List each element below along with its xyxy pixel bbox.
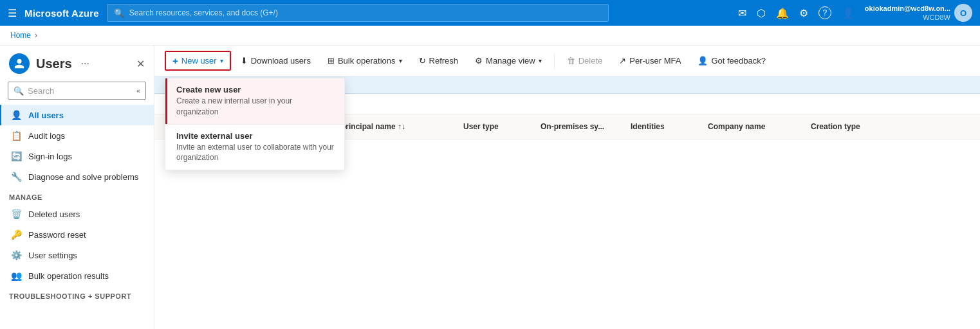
settings-gear-icon[interactable]: ⚙	[799, 7, 808, 19]
top-nav-bar: ☰ Microsoft Azure 🔍 Search resources, se…	[0, 0, 980, 26]
page-title: Users	[36, 57, 72, 71]
sidebar-item-deleted-users-label: Deleted users	[28, 209, 80, 219]
brand-logo: Microsoft Azure	[24, 8, 99, 19]
manage-view-label: Manage view	[486, 56, 535, 66]
all-users-icon: 👤	[10, 110, 22, 120]
content-area: + New user ▾ ⬇ Download users ⊞ Bulk ope…	[154, 46, 980, 329]
sign-in-logs-icon: 🔄	[10, 151, 22, 161]
per-user-mfa-button[interactable]: ↗ Per-user MFA	[612, 52, 688, 69]
bulk-operations-button[interactable]: ⊞ Bulk operations ▾	[320, 52, 409, 69]
sidebar-item-audit-logs-label: Audit logs	[28, 131, 65, 141]
sidebar-item-user-settings[interactable]: ⚙️ User settings	[0, 245, 154, 265]
main-layout: Users ··· ✕ 🔍 Search « 👤 All users 📋 Aud…	[0, 46, 980, 329]
sidebar-item-diagnose[interactable]: 🔧 Diagnose and solve problems	[0, 166, 154, 187]
download-users-button[interactable]: ⬇ Download users	[234, 52, 318, 69]
more-options-icon[interactable]: ···	[81, 58, 89, 69]
sidebar-item-audit-logs[interactable]: 📋 Audit logs	[0, 125, 154, 146]
diagnose-icon: 🔧	[10, 172, 22, 182]
company-name-column-header[interactable]: Company name	[703, 120, 806, 134]
sidebar-search-box[interactable]: 🔍 Search «	[8, 82, 146, 100]
sidebar-item-diagnose-label: Diagnose and solve problems	[28, 172, 138, 182]
user-menu[interactable]: okiokadmin@wcd8w.on... WCD8W O	[865, 4, 972, 22]
person-icon[interactable]: 👤	[842, 7, 855, 19]
sidebar-item-sign-in-logs-label: Sign-in logs	[28, 152, 72, 161]
manage-view-button[interactable]: ⚙ Manage view ▾	[468, 52, 549, 69]
on-premises-column-header[interactable]: On-premises sy...	[535, 120, 625, 134]
invite-external-user-title: Invite external user	[176, 131, 335, 141]
users-page-icon	[9, 53, 30, 74]
manage-section-label: Manage	[0, 187, 154, 204]
troubleshoot-section-label: Troubleshooting + Support	[0, 286, 154, 303]
bulk-ops-toolbar-icon: ⊞	[328, 56, 335, 66]
user-type-column-header[interactable]: User type	[458, 120, 535, 134]
dropdown-item-create-new-user[interactable]: Create new user Create a new internal us…	[165, 78, 344, 124]
sidebar-item-bulk-operation-results[interactable]: 👥 Bulk operation results	[0, 265, 154, 286]
deleted-users-icon: 🗑️	[10, 209, 22, 219]
sidebar-navigation: 👤 All users 📋 Audit logs 🔄 Sign-in logs …	[0, 105, 154, 329]
close-icon[interactable]: ✕	[136, 58, 145, 70]
top-bar-icons-group: ✉ ⬡ 🔔 ⚙ ? 👤 okiokadmin@wcd8w.on... WCD8W…	[738, 4, 972, 22]
manage-view-chevron-icon: ▾	[539, 57, 542, 64]
user-tenant: WCD8W	[865, 13, 950, 22]
password-reset-icon: 🔑	[10, 229, 22, 240]
delete-icon: 🗑	[567, 56, 575, 66]
download-users-label: Download users	[251, 56, 311, 66]
sidebar-item-all-users-label: All users	[28, 111, 64, 120]
per-user-mfa-label: Per-user MFA	[629, 56, 681, 66]
refresh-button[interactable]: ↻ Refresh	[412, 52, 466, 69]
global-search-box[interactable]: 🔍 Search resources, services, and docs (…	[107, 4, 609, 22]
delete-label: Delete	[578, 56, 603, 66]
sidebar-item-sign-in-logs[interactable]: 🔄 Sign-in logs	[0, 146, 154, 166]
sidebar-item-user-settings-label: User settings	[28, 251, 77, 260]
toolbar: + New user ▾ ⬇ Download users ⊞ Bulk ope…	[154, 46, 980, 76]
sidebar-item-deleted-users[interactable]: 🗑️ Deleted users	[0, 204, 154, 224]
refresh-icon: ↻	[419, 56, 426, 66]
help-icon[interactable]: ?	[818, 6, 831, 19]
dropdown-item-invite-external-user[interactable]: Invite external user Invite an external …	[165, 125, 344, 170]
portal-icon[interactable]: ⬡	[757, 7, 766, 19]
audit-logs-icon: 📋	[10, 130, 22, 141]
delete-button[interactable]: 🗑 Delete	[560, 52, 610, 69]
sidebar-search-label: Search	[28, 86, 54, 96]
user-avatar[interactable]: O	[954, 4, 972, 22]
search-icon: 🔍	[114, 8, 124, 18]
chevron-down-icon: ▾	[220, 57, 223, 64]
bulk-ops-chevron-icon: ▾	[399, 57, 402, 64]
mail-icon[interactable]: ✉	[738, 7, 746, 19]
collapse-sidebar-icon[interactable]: «	[136, 87, 140, 94]
user-settings-icon: ⚙️	[10, 250, 22, 260]
sidebar-item-password-reset-label: Password reset	[28, 230, 86, 240]
create-new-user-title: Create new user	[176, 85, 335, 94]
sidebar-search-icon: 🔍	[14, 86, 24, 96]
invite-external-user-desc: Invite an external user to collaborate w…	[176, 142, 335, 164]
user-display-name: okiokadmin@wcd8w.on...	[865, 4, 950, 13]
sidebar-item-all-users[interactable]: 👤 All users	[0, 105, 154, 125]
download-icon: ⬇	[241, 56, 248, 66]
breadcrumb-separator: ›	[35, 31, 37, 40]
got-feedback-label: Got feedback?	[711, 56, 766, 66]
toolbar-separator	[554, 53, 555, 69]
breadcrumb: Home ›	[0, 26, 980, 46]
got-feedback-button[interactable]: 👤 Got feedback?	[690, 52, 773, 69]
plus-icon: +	[172, 55, 178, 66]
manage-view-icon: ⚙	[475, 56, 483, 66]
hamburger-icon[interactable]: ☰	[8, 7, 17, 19]
global-search-placeholder: Search resources, services, and docs (G+…	[129, 8, 278, 17]
new-user-dropdown-menu: Create new user Create a new internal us…	[165, 78, 345, 170]
bell-icon[interactable]: 🔔	[776, 7, 789, 19]
new-user-label: New user	[181, 56, 217, 66]
user-info: okiokadmin@wcd8w.on... WCD8W	[865, 4, 950, 22]
identities-column-header[interactable]: Identities	[625, 120, 703, 134]
sidebar-item-bulk-ops-label: Bulk operation results	[28, 271, 109, 281]
breadcrumb-home[interactable]: Home	[10, 31, 31, 40]
feedback-icon: 👤	[698, 56, 708, 66]
bulk-ops-icon: 👥	[10, 271, 22, 281]
per-user-mfa-icon: ↗	[619, 56, 626, 66]
sidebar-item-password-reset[interactable]: 🔑 Password reset	[0, 224, 154, 245]
creation-type-column-header[interactable]: Creation type	[806, 120, 896, 134]
refresh-label: Refresh	[429, 56, 459, 66]
sidebar: Users ··· ✕ 🔍 Search « 👤 All users 📋 Aud…	[0, 46, 154, 329]
sidebar-header: Users ··· ✕	[0, 46, 154, 79]
bulk-operations-label: Bulk operations	[338, 56, 396, 66]
new-user-button[interactable]: + New user ▾	[165, 51, 231, 71]
